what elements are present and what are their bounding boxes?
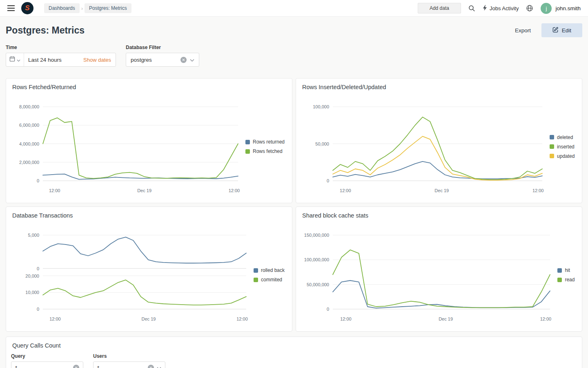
svg-text:5,000: 5,000 (28, 233, 39, 238)
legend-item[interactable]: updated (550, 153, 575, 159)
jobs-activity-button[interactable]: Jobs Activity (483, 5, 519, 12)
search-icon[interactable] (468, 5, 475, 12)
query-input[interactable]: * ✕ (11, 361, 83, 368)
users-select[interactable]: * ✕ (93, 361, 165, 368)
chevron-down-icon[interactable] (190, 56, 194, 63)
svg-text:12:00: 12:00 (236, 316, 248, 321)
legend-label: hit (565, 267, 570, 273)
chart-db-transactions[interactable]: 05,000010,00020,00012:00Dec 1912:00 (6, 219, 253, 331)
add-data-button[interactable]: Add data (418, 3, 461, 13)
users-filter-label: Users (93, 353, 165, 359)
menu-icon[interactable] (6, 4, 16, 13)
svg-text:150,000,000: 150,000,000 (304, 233, 329, 238)
chart-legend: Rows returnedRows fetched (245, 90, 292, 203)
legend-label: updated (557, 153, 575, 159)
legend-swatch (557, 278, 562, 282)
breadcrumb-dashboards[interactable]: Dashboards (44, 3, 80, 13)
legend-item[interactable]: inserted (550, 144, 575, 150)
panel-title: Rows Fetched/Returned (6, 79, 292, 90)
svg-text:12:00: 12:00 (532, 188, 544, 193)
page-header: Postgres: Metrics Export Edit (6, 23, 582, 37)
edit-button[interactable]: Edit (541, 23, 582, 37)
legend-item[interactable]: read (557, 277, 575, 283)
svg-text:20,000: 20,000 (25, 274, 39, 278)
svg-text:50,000,000: 50,000,000 (307, 282, 329, 287)
svg-text:12:00: 12:00 (229, 188, 240, 193)
legend-label: rolled back (261, 267, 285, 273)
svg-text:2,000,000: 2,000,000 (19, 160, 39, 165)
edit-icon (552, 27, 559, 34)
legend-swatch (254, 278, 258, 282)
globe-icon[interactable] (526, 4, 533, 12)
svg-text:Dec 19: Dec 19 (137, 188, 151, 193)
breadcrumb-separator-icon: › (81, 5, 83, 11)
chart-legend: hitread (557, 219, 582, 331)
svg-text:0: 0 (37, 266, 39, 271)
chart-rows-fetched[interactable]: 02,000,0004,000,0006,000,0008,000,00012:… (6, 90, 245, 203)
legend-label: deleted (557, 135, 573, 140)
svg-text:100,000: 100,000 (313, 104, 329, 109)
svg-text:0: 0 (37, 307, 39, 312)
legend-label: Rows returned (253, 139, 285, 145)
legend-swatch (245, 149, 250, 154)
avatar: j (541, 3, 552, 14)
svg-text:12:00: 12:00 (340, 188, 351, 193)
time-range-picker[interactable]: Last 24 hours Show dates (6, 53, 116, 67)
legend-item[interactable]: commited (254, 277, 285, 283)
legend-item[interactable]: Rows returned (245, 139, 285, 145)
legend-swatch (550, 154, 554, 158)
svg-text:8,000,000: 8,000,000 (19, 104, 39, 109)
database-filter-select[interactable]: postgres ✕ (126, 53, 199, 67)
app-logo[interactable]: S (21, 2, 33, 14)
legend-swatch (254, 268, 258, 273)
edit-button-label: Edit (562, 27, 571, 34)
svg-text:0: 0 (37, 178, 39, 183)
svg-text:0: 0 (327, 307, 329, 312)
legend-item[interactable]: rolled back (254, 267, 285, 273)
svg-text:12:00: 12:00 (340, 316, 352, 321)
chart-panel-rows-inserted: Rows Inserted/Deleted/Updated 050,000100… (296, 78, 582, 203)
query-input-value: * (15, 365, 70, 368)
breadcrumb: Dashboards › Postgres: Metrics (44, 3, 131, 13)
svg-text:50,000: 50,000 (315, 141, 329, 146)
dashboard-filters: Time Last 24 hours Show dates Database F… (6, 45, 582, 67)
user-menu[interactable]: j john.smith (541, 3, 581, 14)
top-navigation-bar: S Dashboards › Postgres: Metrics Add dat… (0, 0, 588, 17)
clear-icon[interactable]: ✕ (73, 365, 79, 368)
chart-legend: deletedinsertedupdated (549, 90, 582, 203)
svg-text:12:00: 12:00 (49, 316, 61, 321)
show-dates-link[interactable]: Show dates (83, 57, 111, 63)
legend-item[interactable]: Rows fetched (245, 148, 285, 154)
legend-swatch (550, 135, 554, 139)
legend-swatch (557, 268, 562, 273)
query-filter-label: Query (11, 353, 83, 359)
breadcrumb-current[interactable]: Postgres: Metrics (85, 3, 131, 13)
chevron-down-icon (17, 56, 20, 63)
export-button[interactable]: Export (515, 27, 531, 34)
panel-title: Query Calls Count (6, 337, 582, 349)
legend-item[interactable]: hit (557, 267, 575, 273)
database-filter-label: Database Filter (126, 45, 199, 50)
chart-legend: rolled backcommited (253, 219, 292, 331)
panel-title: Shared block cache stats (296, 207, 582, 219)
legend-swatch (245, 140, 250, 144)
chart-shared-block-cache[interactable]: 050,000,000100,000,000150,000,00012:00De… (296, 219, 557, 331)
time-range-value: Last 24 hours (24, 57, 83, 63)
chevron-down-icon[interactable] (157, 364, 161, 368)
legend-item[interactable]: deleted (550, 135, 575, 140)
calendar-icon (9, 56, 15, 63)
chart-panel-shared-block-cache: Shared block cache stats 050,000,000100,… (296, 206, 582, 332)
database-filter-value: postgres (131, 57, 177, 63)
svg-text:0: 0 (327, 178, 329, 183)
clear-icon[interactable]: ✕ (148, 365, 154, 368)
svg-text:Dec 19: Dec 19 (439, 316, 453, 321)
users-select-value: * (97, 365, 145, 368)
svg-text:12:00: 12:00 (540, 316, 552, 321)
clear-icon[interactable]: ✕ (180, 57, 187, 63)
legend-swatch (550, 144, 554, 149)
legend-label: read (565, 277, 575, 283)
chart-rows-inserted[interactable]: 050,000100,00012:00Dec 1912:00 (296, 90, 549, 203)
legend-label: commited (261, 277, 282, 283)
time-picker-mode-toggle[interactable] (6, 53, 24, 66)
username: john.smith (555, 5, 581, 11)
